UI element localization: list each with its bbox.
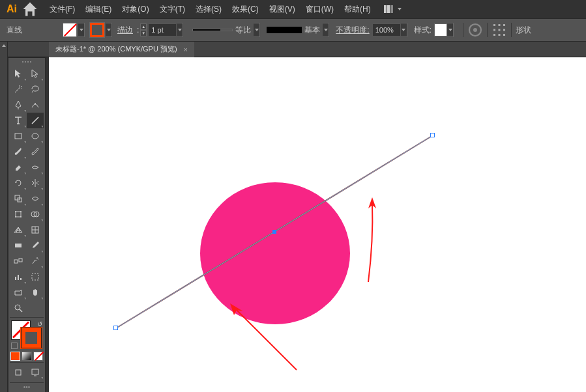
mesh-tool-icon[interactable] bbox=[27, 222, 44, 238]
shape-builder-tool-icon[interactable] bbox=[27, 206, 44, 222]
stroke-weight-stepper[interactable]: ▲▼ bbox=[140, 23, 147, 36]
lasso-tool-icon[interactable] bbox=[27, 81, 44, 97]
artboard-tool-icon[interactable] bbox=[27, 269, 44, 285]
perspective-grid-tool-icon[interactable] bbox=[10, 222, 27, 238]
menu-edit[interactable]: 编辑(E) bbox=[80, 0, 117, 18]
svg-point-4 bbox=[473, 28, 477, 32]
svg-rect-30 bbox=[14, 260, 18, 263]
gradient-mode-icon[interactable] bbox=[22, 352, 31, 361]
recolor-icon[interactable] bbox=[467, 22, 483, 38]
stroke-weight-dropdown[interactable] bbox=[177, 23, 183, 37]
paintbrush-tool-icon[interactable] bbox=[10, 144, 27, 160]
document-tab-bar: 未标题-1* @ 200% (CMYK/GPU 预览) × bbox=[0, 42, 586, 57]
width-tool-icon[interactable] bbox=[27, 191, 44, 206]
graphic-style-swatch[interactable] bbox=[434, 23, 447, 36]
menu-select[interactable]: 选择(S) bbox=[190, 0, 227, 18]
column-graph-tool-icon[interactable] bbox=[10, 269, 27, 285]
dock-strip[interactable] bbox=[0, 42, 8, 392]
screen-mode-icon[interactable] bbox=[27, 365, 44, 380]
stroke-dropdown[interactable] bbox=[106, 23, 112, 37]
magic-wand-tool-icon[interactable] bbox=[10, 81, 27, 97]
hand-tool-icon[interactable] bbox=[27, 285, 44, 300]
free-transform-tool-icon[interactable] bbox=[10, 206, 27, 222]
draw-mode-icon[interactable] bbox=[10, 365, 27, 380]
shape-label[interactable]: 形状 bbox=[516, 25, 531, 36]
brush-definition[interactable] bbox=[267, 27, 302, 33]
type-tool-icon[interactable] bbox=[10, 113, 27, 128]
stroke-label[interactable]: 描边 bbox=[117, 25, 133, 36]
svg-rect-33 bbox=[18, 275, 19, 280]
line-endpoint-handle[interactable] bbox=[430, 133, 435, 137]
reflect-tool-icon[interactable] bbox=[27, 175, 44, 191]
width-profile[interactable] bbox=[192, 29, 233, 31]
svg-rect-2 bbox=[390, 5, 393, 13]
arrange-documents-icon[interactable] bbox=[384, 5, 402, 13]
pen-tool-icon[interactable] bbox=[10, 97, 27, 113]
menu-window[interactable]: 窗口(W) bbox=[300, 0, 339, 18]
slice-tool-icon[interactable] bbox=[10, 285, 27, 300]
align-icon[interactable] bbox=[491, 22, 507, 38]
scale-tool-icon[interactable] bbox=[10, 191, 27, 206]
rectangle-tool-icon[interactable] bbox=[10, 128, 27, 144]
eraser-tool-icon[interactable] bbox=[10, 160, 27, 175]
eyedropper-tool-icon[interactable] bbox=[27, 238, 44, 253]
document-tab[interactable]: 未标题-1* @ 200% (CMYK/GPU 预览) × bbox=[49, 42, 194, 57]
default-fill-stroke-icon[interactable] bbox=[11, 343, 18, 349]
stroke-swatch[interactable] bbox=[90, 23, 104, 37]
svg-point-24 bbox=[20, 216, 22, 217]
opacity-dropdown[interactable] bbox=[401, 23, 407, 37]
panel-grip[interactable] bbox=[10, 59, 44, 64]
svg-rect-1 bbox=[387, 5, 390, 13]
selection-tool-icon[interactable] bbox=[10, 66, 27, 81]
fill-dropdown[interactable] bbox=[78, 23, 85, 37]
scissors-tool-icon[interactable] bbox=[27, 160, 44, 175]
menu-file[interactable]: 文件(F) bbox=[44, 0, 80, 18]
blob-brush-tool-icon[interactable] bbox=[27, 144, 44, 160]
zoom-tool-icon[interactable] bbox=[10, 300, 27, 316]
rotate-tool-icon[interactable] bbox=[10, 175, 27, 191]
none-mode-icon[interactable] bbox=[33, 352, 43, 361]
menu-effect[interactable]: 效果(C) bbox=[227, 0, 264, 18]
stroke-color-icon[interactable] bbox=[22, 328, 41, 348]
svg-rect-10 bbox=[503, 29, 505, 31]
swap-fill-stroke-icon[interactable]: ↺ bbox=[37, 320, 42, 328]
stroke-weight-input[interactable] bbox=[148, 23, 177, 36]
curvature-tool-icon[interactable] bbox=[27, 97, 44, 113]
symbol-sprayer-tool-icon[interactable] bbox=[27, 253, 44, 269]
line-segment-tool-icon[interactable] bbox=[27, 113, 44, 128]
menu-type[interactable]: 文字(T) bbox=[154, 0, 190, 18]
menubar: Ai 文件(F) 编辑(E) 对象(O) 文字(T) 选择(S) 效果(C) 视… bbox=[0, 0, 586, 18]
empty-tool-slot bbox=[27, 300, 44, 316]
canvas-area bbox=[49, 57, 586, 392]
tools-panel: ↺ ••• bbox=[8, 57, 46, 392]
svg-rect-11 bbox=[493, 34, 495, 36]
color-mode-icon[interactable] bbox=[10, 352, 20, 361]
brush-dropdown[interactable] bbox=[323, 23, 329, 37]
svg-rect-0 bbox=[384, 5, 387, 13]
svg-point-21 bbox=[15, 211, 16, 212]
gradient-tool-icon[interactable] bbox=[10, 238, 27, 253]
svg-rect-9 bbox=[499, 29, 501, 31]
red-arrow-annotation bbox=[362, 194, 388, 285]
artboard[interactable] bbox=[49, 57, 586, 392]
tab-close-icon[interactable]: × bbox=[184, 46, 188, 53]
style-dropdown[interactable] bbox=[447, 23, 454, 37]
edit-toolbar-icon[interactable]: ••• bbox=[10, 382, 44, 391]
app-logo: Ai bbox=[3, 0, 21, 18]
direct-selection-tool-icon[interactable] bbox=[27, 66, 44, 81]
control-bar: 直线 描边 : ▲▼ 等比 基本 不透明度: 样式: 形状 bbox=[0, 18, 586, 42]
fill-swatch[interactable] bbox=[63, 23, 77, 37]
menu-help[interactable]: 帮助(H) bbox=[339, 0, 376, 18]
ellipse-tool-icon[interactable] bbox=[27, 128, 44, 144]
profile-dropdown[interactable] bbox=[254, 23, 260, 37]
line-center-anchor[interactable] bbox=[272, 230, 276, 234]
opacity-label[interactable]: 不透明度: bbox=[336, 25, 369, 36]
svg-rect-35 bbox=[32, 273, 38, 280]
menu-object[interactable]: 对象(O) bbox=[117, 0, 154, 18]
menu-view[interactable]: 视图(V) bbox=[264, 0, 300, 18]
home-icon[interactable] bbox=[21, 0, 39, 18]
fill-stroke-controls[interactable]: ↺ bbox=[10, 320, 44, 349]
blend-tool-icon[interactable] bbox=[10, 253, 27, 269]
opacity-input[interactable] bbox=[372, 23, 401, 36]
line-endpoint-handle[interactable] bbox=[113, 326, 118, 330]
